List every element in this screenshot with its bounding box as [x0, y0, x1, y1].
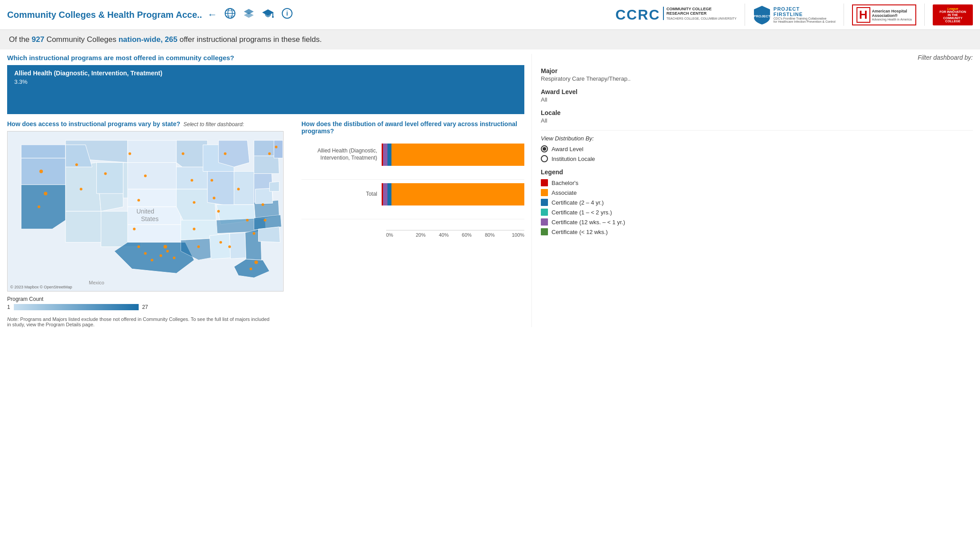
svg-point-50: [275, 146, 277, 148]
legend-row-associate: Associate: [541, 189, 973, 196]
pfl-sub: CDC's Frontline Training Collaborativefo…: [774, 17, 836, 23]
svg-text:Mexico: Mexico: [89, 280, 104, 285]
x-tick-60: 60%: [455, 230, 478, 238]
right-panel: Filter dashboard by: Major Respiratory C…: [531, 54, 973, 327]
ccrc-logo: CCRC COMMUNITY COLLEGE RESEARCH CENTER T…: [615, 7, 737, 23]
divider-2: [301, 219, 524, 219]
view-dist-title: View Distribution By:: [541, 135, 973, 142]
aha-h: H: [856, 7, 870, 23]
banner-num2: 265: [165, 35, 177, 44]
svg-point-49: [268, 152, 271, 155]
svg-point-23: [133, 228, 136, 230]
q1-title: Which instructional programs are most of…: [7, 54, 524, 62]
top-bar-label: Allied Health (Diagnostic, Intervention,…: [14, 70, 517, 77]
bar-label-2: Total: [301, 191, 382, 198]
bar-track-1: [382, 144, 524, 166]
svg-point-24: [137, 246, 140, 248]
layers-icon[interactable]: [243, 8, 255, 22]
main-content: Which instructional programs are most of…: [0, 49, 980, 332]
legend-text-cert12wk: Certificate (12 wks. – < 1 yr.): [552, 219, 625, 226]
header-icons: ←: [207, 8, 293, 22]
left-panel: Which instructional programs are most of…: [7, 54, 524, 327]
prog-count-max: 27: [142, 304, 148, 310]
svg-point-15: [44, 192, 47, 195]
us-map-container[interactable]: United States Mexico © 2023 Mapbox © Ope…: [7, 131, 284, 292]
svg-point-39: [219, 241, 222, 244]
aha-sub: Advancing Health in America: [872, 18, 912, 21]
gradient-bar: [14, 304, 139, 310]
ccrc-research: RESEARCH CENTER: [667, 11, 737, 16]
app-title: Community Colleges & Health Program Acce…: [7, 10, 202, 20]
pfl-logo: PROJECT PROJECTFIRSTLINE CDC's Frontline…: [753, 5, 836, 25]
svg-point-9: [272, 16, 274, 18]
legend-row-bachelors: Bachelor's: [541, 179, 973, 186]
banner-prefix: Of the: [9, 35, 32, 44]
bar-seg-cert24yr-2: [387, 183, 392, 205]
x-axis: 0% 20% 40% 60% 80% 100%: [301, 230, 524, 238]
prog-count-min: 1: [7, 304, 10, 310]
ccrc-letters: CCRC: [615, 7, 660, 23]
filter-locale: Locale All: [541, 109, 973, 124]
svg-point-27: [160, 254, 162, 257]
x-tick-0: 0%: [386, 230, 409, 238]
bar-track-2: [382, 183, 524, 205]
info-icon[interactable]: i: [281, 8, 293, 22]
note-content: Programs and Majors listed exclude those…: [7, 316, 269, 327]
aha-name: American HospitalAssociation®: [872, 9, 912, 18]
svg-point-37: [213, 197, 215, 199]
svg-point-41: [224, 152, 226, 155]
legend-row-cert12wks-less: Certificate (< 12 wks.): [541, 228, 973, 235]
q3-title: How does the distibution of award level …: [301, 120, 524, 135]
league-logo: League FOR INNOVATIONIN THECOMMUNITY COL…: [933, 4, 973, 25]
back-arrow-icon[interactable]: ←: [207, 9, 217, 21]
bar-seg-cert12wk-2: [383, 183, 387, 205]
svg-point-48: [264, 219, 267, 222]
filter-award-label: Award Level: [541, 88, 973, 95]
graduation-cap-icon[interactable]: [262, 8, 274, 22]
svg-point-18: [80, 188, 82, 190]
svg-point-43: [246, 219, 249, 222]
header-logos: CCRC COMMUNITY COLLEGE RESEARCH CENTER T…: [615, 4, 973, 26]
legend-color-cert12wks-less: [541, 228, 548, 235]
x-tick-40: 40%: [432, 230, 455, 238]
svg-point-28: [166, 250, 169, 253]
x-tick-20: 20%: [409, 230, 432, 238]
filter-award-value[interactable]: All: [541, 96, 973, 103]
radio-award-level-label: Award Level: [552, 146, 583, 152]
svg-text:PROJECT: PROJECT: [754, 14, 770, 18]
radio-locale-row[interactable]: Institution Locale: [541, 155, 973, 162]
filter-locale-value[interactable]: All: [541, 117, 973, 124]
svg-text:States: States: [141, 215, 158, 222]
banner-highlight: nation-wide,: [119, 35, 165, 44]
filter-divider: [541, 130, 973, 131]
svg-point-30: [164, 245, 167, 249]
legend-color-cert12: [541, 209, 548, 216]
prog-count-bar: 1 27: [7, 304, 292, 310]
svg-point-36: [210, 179, 213, 181]
pfl-text: PROJECTFIRSTLINE: [774, 6, 836, 17]
svg-point-33: [193, 201, 195, 204]
chart-column: How does the distibution of award level …: [301, 120, 524, 327]
svg-point-38: [217, 210, 220, 213]
bar-row-2: Total: [301, 183, 524, 205]
bar-seg-assoc-2: [391, 183, 524, 205]
legend-color-cert24: [541, 199, 548, 206]
bar-row-1: Allied Health (Diagnostic,Intervention, …: [301, 144, 524, 166]
svg-point-22: [137, 199, 140, 201]
radio-locale-circle[interactable]: [541, 155, 548, 162]
note-text: Note: Programs and Majors listed exclude…: [7, 316, 275, 327]
svg-point-19: [104, 172, 107, 175]
svg-point-42: [237, 188, 240, 190]
bar-seg-cert24yr-1: [387, 144, 392, 166]
radio-award-level-circle[interactable]: [541, 145, 548, 152]
x-tick-100: 100%: [501, 230, 524, 238]
svg-point-29: [173, 256, 176, 259]
q2-subtitle: Select to filter dashboard:: [182, 121, 244, 127]
filter-major-value[interactable]: Respiratory Care Therapy/Therap..: [541, 75, 973, 82]
legend-color-associate: [541, 189, 548, 196]
globe-icon[interactable]: [224, 8, 236, 22]
svg-point-16: [37, 205, 40, 208]
top-bar-chart: Allied Health (Diagnostic, Intervention,…: [7, 65, 524, 114]
prog-count-section: Program Count 1 27: [7, 296, 292, 310]
radio-award-level-row[interactable]: Award Level: [541, 145, 973, 152]
